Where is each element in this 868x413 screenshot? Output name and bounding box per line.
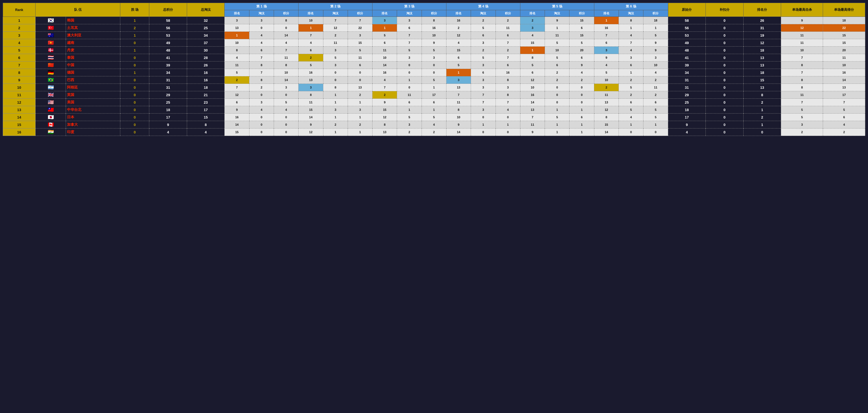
g2-rank-sub: 排名 — [299, 10, 323, 17]
total-score-cell: 49 — [149, 39, 187, 46]
g3-rank: 10 — [372, 54, 397, 62]
g2-score: 11 — [348, 54, 372, 62]
g5-elim: 9 — [545, 17, 569, 24]
g6-score: 4 — [643, 69, 668, 76]
deduct-score: 0 — [706, 106, 744, 113]
g6-elim: 2 — [619, 76, 643, 84]
team-name-cell: 加拿大 — [66, 121, 120, 129]
g4-elim: 1 — [471, 121, 496, 129]
g6-elim: 6 — [619, 62, 643, 69]
g4-rank: 10 — [446, 113, 471, 121]
rank-cell: 2 — [3, 24, 36, 32]
g1-score: 10 — [274, 69, 299, 76]
g4-rank: 1 — [446, 69, 471, 76]
max-kill: 7 — [781, 54, 823, 62]
g6-elim: 4 — [619, 46, 643, 54]
max-kill: 8 — [781, 84, 823, 91]
team-name-cell: 中华台北 — [66, 106, 120, 113]
g2-rank: 2 — [299, 54, 323, 62]
g6-score: 5 — [643, 113, 668, 121]
col-game2-header: 第 2 场 — [299, 3, 372, 10]
g3-score: 2 — [422, 129, 446, 136]
g1-score-sub: 积分 — [274, 10, 299, 17]
g6-elim: 5 — [619, 106, 643, 113]
g5-score: 1 — [569, 121, 594, 129]
g1-score: 0 — [274, 91, 299, 99]
g2-score: 3 — [348, 106, 372, 113]
g4-score: 7 — [496, 99, 520, 106]
rank-score: 8 — [743, 91, 781, 99]
g6-rank: 7 — [594, 32, 619, 39]
g5-score: 0 — [569, 99, 594, 106]
g1-score: 11 — [274, 54, 299, 62]
g6-elim: 2 — [619, 91, 643, 99]
deduct-score: 0 — [706, 113, 744, 121]
g4-elim: 7 — [471, 91, 496, 99]
max-score: 4 — [823, 121, 865, 129]
g4-rank: 2 — [446, 24, 471, 32]
g6-score: 9 — [643, 39, 668, 46]
g2-score: 7 — [348, 17, 372, 24]
orig-score: 18 — [668, 106, 706, 113]
g6-rank: 5 — [594, 69, 619, 76]
wins-cell: 0 — [120, 99, 149, 106]
g1-elim: 3 — [249, 17, 274, 24]
flag-cell: 🇧🇷 — [36, 76, 66, 84]
wins-cell: 1 — [120, 17, 149, 24]
g4-elim: 3 — [471, 84, 496, 91]
g4-rank: 3 — [446, 76, 471, 84]
g2-elim: 1 — [323, 113, 348, 121]
g5-score: 6 — [569, 113, 594, 121]
total-score-cell: 48 — [149, 46, 187, 54]
g5-rank: 5 — [520, 62, 545, 69]
g6-rank: 8 — [594, 113, 619, 121]
max-score: 6 — [823, 113, 865, 121]
g5-elim: 1 — [545, 106, 569, 113]
max-kill: 12 — [781, 24, 823, 32]
g1-score: 0 — [274, 24, 299, 32]
flag-cell: 🇬🇧 — [36, 91, 66, 99]
max-kill: 11 — [781, 32, 823, 39]
g1-score: 4 — [274, 106, 299, 113]
flag-cell: 🇦🇷 — [36, 84, 66, 91]
rank-score: 19 — [743, 32, 781, 39]
total-score-cell: 34 — [149, 69, 187, 76]
g2-rank: 6 — [299, 46, 323, 54]
g1-rank: 5 — [225, 69, 249, 76]
g4-rank-sub: 排名 — [446, 10, 471, 17]
g6-rank: 1 — [594, 17, 619, 24]
g4-score: 16 — [496, 69, 520, 76]
g6-elim: 4 — [619, 32, 643, 39]
max-score: 18 — [823, 17, 865, 24]
g3-rank: 8 — [372, 121, 397, 129]
g1-rank: 12 — [225, 91, 249, 99]
total-elim-cell: 21 — [187, 91, 225, 99]
max-kill: 11 — [781, 39, 823, 46]
max-kill: 8 — [781, 76, 823, 84]
max-score: 11 — [823, 54, 865, 62]
total-elim-cell: 16 — [187, 69, 225, 76]
deduct-score: 0 — [706, 121, 744, 129]
g3-elim: 3 — [397, 54, 422, 62]
g3-rank: 6 — [372, 39, 397, 46]
deduct-score: 0 — [706, 84, 744, 91]
g6-elim: 1 — [619, 121, 643, 129]
flag-cell: 🇮🇳 — [36, 129, 66, 136]
g2-elim: 5 — [323, 54, 348, 62]
g1-elim: 0 — [249, 91, 274, 99]
g1-rank: 10 — [225, 39, 249, 46]
col-rank: Rank — [3, 3, 36, 17]
total-elim-cell: 34 — [187, 32, 225, 39]
g1-rank: 7 — [225, 84, 249, 91]
g1-elim: 0 — [249, 24, 274, 32]
flag-cell: 🇰🇷 — [36, 17, 66, 24]
col-max-score: 单场最高得分 — [823, 3, 865, 17]
g6-rank: 4 — [594, 62, 619, 69]
g6-score: 2 — [643, 76, 668, 84]
g5-score: 6 — [569, 54, 594, 62]
g5-rank: 4 — [520, 32, 545, 39]
rank-score: 13 — [743, 84, 781, 91]
deduct-score: 0 — [706, 69, 744, 76]
g4-elim: 0 — [471, 129, 496, 136]
deduct-score: 0 — [706, 24, 744, 32]
